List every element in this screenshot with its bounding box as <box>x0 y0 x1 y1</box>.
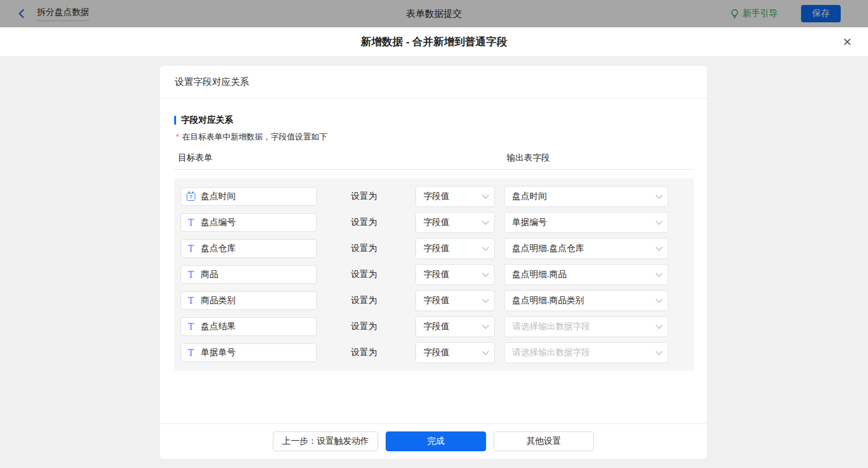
target-select-value: 盘点明细.商品类别 <box>512 295 584 306</box>
modal-header: 新增数据 - 合并新增到普通字段 ✕ <box>0 27 868 57</box>
chevron-down-icon <box>655 322 662 329</box>
card-header: 设置字段对应关系 <box>160 66 707 99</box>
helper-row: * 在目标表单中新增数据，字段值设置如下 <box>174 131 694 143</box>
card-footer: 上一步：设置触发动作 完成 其他设置 <box>160 423 707 459</box>
target-field-select[interactable]: 盘点明细.商品类别 <box>504 290 668 311</box>
mapping-row: T 盘点编号 设置为 字段值 单据编号 <box>180 212 694 233</box>
source-field: T 商品类别 <box>180 291 317 310</box>
target-select-placeholder: 请选择输出数据字段 <box>512 347 590 358</box>
target-select-value: 盘点时间 <box>512 191 547 202</box>
source-field-label: 盘点结果 <box>201 321 236 332</box>
source-field: T 盘点结果 <box>180 317 317 336</box>
source-field-label: 商品类别 <box>201 295 236 306</box>
target-field-select[interactable]: 盘点明细.商品 <box>504 264 668 285</box>
target-select-value: 盘点明细.商品 <box>512 269 567 280</box>
column-headers: 目标表单 输出表字段 <box>174 152 694 170</box>
mode-select[interactable]: 字段值 <box>415 264 495 285</box>
mode-select[interactable]: 字段值 <box>415 238 495 259</box>
mode-select-value: 字段值 <box>423 191 450 202</box>
chevron-down-icon <box>482 218 489 224</box>
guide-button[interactable]: 新手引导 <box>730 8 777 19</box>
chevron-down-icon <box>482 244 489 250</box>
mode-select[interactable]: 字段值 <box>415 186 495 207</box>
lightbulb-icon <box>730 9 740 19</box>
mapping-panel: 7 盘点时间 设置为 字段值 盘点时间 T <box>174 179 694 371</box>
mapping-row: T 商品 设置为 字段值 盘点明细.商品 <box>180 264 694 285</box>
source-field-label: 盘点编号 <box>201 217 236 228</box>
source-field-label: 盘点仓库 <box>201 243 236 254</box>
helper-text: 在目标表单中新增数据，字段值设置如下 <box>182 131 327 143</box>
page-body: 设置字段对应关系 字段对应关系 * 在目标表单中新增数据，字段值设置如下 目标表… <box>0 57 868 468</box>
target-select-value: 单据编号 <box>512 217 547 228</box>
finish-button[interactable]: 完成 <box>386 431 486 451</box>
target-select-value: 盘点明细.盘点仓库 <box>512 243 584 254</box>
chevron-down-icon <box>655 244 662 250</box>
chevron-down-icon <box>482 270 489 276</box>
source-field: T 盘点编号 <box>180 213 317 232</box>
set-as-label: 设置为 <box>351 243 378 254</box>
mapping-row: T 盘点结果 设置为 字段值 请选择输出数据字段 <box>180 316 694 337</box>
guide-label: 新手引导 <box>743 8 777 19</box>
set-as-label: 设置为 <box>351 217 378 228</box>
set-as-label: 设置为 <box>351 295 378 306</box>
column-header-target: 输出表字段 <box>507 152 550 164</box>
save-button[interactable]: 保存 <box>801 5 841 22</box>
mode-select[interactable]: 字段值 <box>415 290 495 311</box>
close-button[interactable]: ✕ <box>840 34 854 50</box>
target-field-select[interactable]: 请选择输出数据字段 <box>504 342 668 363</box>
chevron-down-icon <box>655 192 662 198</box>
modal-title: 新增数据 - 合并新增到普通字段 <box>361 35 507 49</box>
previous-step-button[interactable]: 上一步：设置触发动作 <box>273 431 378 451</box>
source-field: T 盘点仓库 <box>180 239 317 258</box>
chevron-down-icon <box>482 192 489 198</box>
text-field-icon: T <box>187 244 195 253</box>
chevron-down-icon <box>655 270 662 276</box>
source-field: T 单据单号 <box>180 343 317 362</box>
mapping-row: T 单据单号 设置为 字段值 请选择输出数据字段 <box>180 342 694 363</box>
chevron-down-icon <box>655 218 662 224</box>
source-field-label: 盘点时间 <box>201 191 236 202</box>
target-field-select[interactable]: 单据编号 <box>504 212 668 233</box>
mode-select[interactable]: 字段值 <box>415 212 495 233</box>
mode-select-value: 字段值 <box>423 347 450 358</box>
mode-select-value: 字段值 <box>423 217 450 228</box>
chevron-down-icon <box>655 348 662 355</box>
other-settings-button[interactable]: 其他设置 <box>494 431 594 451</box>
mapping-row: 7 盘点时间 设置为 字段值 盘点时间 <box>180 186 694 207</box>
text-field-icon: T <box>187 348 195 357</box>
set-as-label: 设置为 <box>351 191 378 202</box>
mode-select[interactable]: 字段值 <box>415 342 495 363</box>
mode-select-value: 字段值 <box>423 321 450 332</box>
text-field-icon: T <box>187 218 195 227</box>
mode-select-value: 字段值 <box>423 243 450 254</box>
section-title: 字段对应关系 <box>174 115 694 126</box>
mode-select[interactable]: 字段值 <box>415 316 495 337</box>
target-field-select[interactable]: 盘点时间 <box>504 186 668 207</box>
source-field-label: 商品 <box>201 269 218 280</box>
target-field-select[interactable]: 盘点明细.盘点仓库 <box>504 238 668 259</box>
target-field-select[interactable]: 请选择输出数据字段 <box>504 316 668 337</box>
source-field: 7 盘点时间 <box>180 187 317 206</box>
card-body: 字段对应关系 * 在目标表单中新增数据，字段值设置如下 目标表单 输出表字段 7… <box>160 99 707 423</box>
target-select-placeholder: 请选择输出数据字段 <box>512 321 590 332</box>
set-as-label: 设置为 <box>351 347 378 358</box>
set-as-label: 设置为 <box>351 269 378 280</box>
source-field-label: 单据单号 <box>201 347 236 358</box>
mapping-row: T 商品类别 设置为 字段值 盘点明细.商品类别 <box>180 290 694 311</box>
column-header-source: 目标表单 <box>178 152 213 162</box>
required-asterisk: * <box>176 133 179 141</box>
chevron-down-icon <box>482 296 489 302</box>
section-accent-bar <box>174 116 176 125</box>
chevron-down-icon <box>655 296 662 302</box>
settings-card: 设置字段对应关系 字段对应关系 * 在目标表单中新增数据，字段值设置如下 目标表… <box>160 66 707 459</box>
set-as-label: 设置为 <box>351 321 378 332</box>
card-header-title: 设置字段对应关系 <box>175 76 249 88</box>
close-icon: ✕ <box>843 36 852 48</box>
mode-select-value: 字段值 <box>423 295 450 306</box>
top-bar: 拆分盘点数据 表单数据提交 新手引导 保存 <box>0 0 868 27</box>
text-field-icon: T <box>187 322 195 331</box>
chevron-down-icon <box>482 322 489 329</box>
mapping-row: T 盘点仓库 设置为 字段值 盘点明细.盘点仓库 <box>180 238 694 259</box>
chevron-down-icon <box>482 348 489 355</box>
section-title-label: 字段对应关系 <box>181 115 233 126</box>
